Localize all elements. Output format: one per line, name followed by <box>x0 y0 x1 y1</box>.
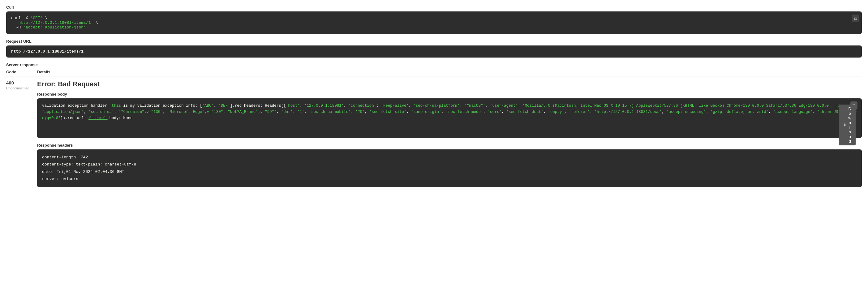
status-code-col: 400 Undocumented <box>6 80 37 90</box>
curl-code-block: curl -X 'GET' \ 'http://127.0.0.1:18081/… <box>6 11 862 34</box>
response-headers-label: Response headers <box>37 143 862 148</box>
request-url-label: Request URL <box>6 39 862 43</box>
error-title: Error: Bad Request <box>37 80 862 88</box>
server-response-label: Server response <box>6 62 862 67</box>
table-row: 400 Undocumented Error: Bad Request Resp… <box>6 77 862 191</box>
curl-section: Curl curl -X 'GET' \ 'http://127.0.0.1:1… <box>6 5 862 34</box>
status-code: 400 <box>6 80 37 85</box>
download-label: Download <box>848 106 851 144</box>
response-header-line-3: date: Fri,01 Nov 2024 02:04:36 GMT <box>42 168 857 175</box>
curl-copy-button[interactable]: ⧉ <box>852 14 859 22</box>
download-button[interactable]: ⬇ Download <box>839 104 856 145</box>
response-body-text-pre: validation_exception_handler, this is my… <box>42 103 859 120</box>
response-header-line-4: server: uvicorn <box>42 175 857 183</box>
header-code: Code <box>6 70 37 74</box>
response-header-line-2: content-type: text/plain; charset=utf-8 <box>42 161 857 168</box>
header-details: Details <box>37 70 862 74</box>
response-body-label: Response body <box>37 92 862 96</box>
status-undocumented: Undocumented <box>6 86 29 90</box>
download-icon: ⬇ <box>843 123 847 127</box>
request-url-value: http://127.0.0.1:18081/items/1 <box>6 45 862 58</box>
response-table-header: Code Details <box>6 70 862 77</box>
page-container: Curl curl -X 'GET' \ 'http://127.0.0.1:1… <box>0 0 868 196</box>
server-response-section: Server response Code Details 400 Undocum… <box>6 62 862 191</box>
response-body-btn-group: ⧉ ⬇ Download <box>850 101 859 110</box>
response-headers-block: content-length: 742 content-type: text/p… <box>37 149 862 187</box>
response-header-line-1: content-length: 742 <box>42 154 857 161</box>
details-col: Error: Bad Request Response body validat… <box>37 80 862 187</box>
curl-line3: -H 'accept: application/json' <box>11 25 86 30</box>
curl-line1: curl -X 'GET' \ <box>11 16 47 21</box>
curl-line2: 'http://127.0.0.1:18081/items/1' \ <box>11 21 98 25</box>
response-body-block: validation_exception_handler, this is my… <box>37 98 862 138</box>
curl-label: Curl <box>6 5 862 9</box>
request-url-section: Request URL http://127.0.0.1:18081/items… <box>6 39 862 58</box>
